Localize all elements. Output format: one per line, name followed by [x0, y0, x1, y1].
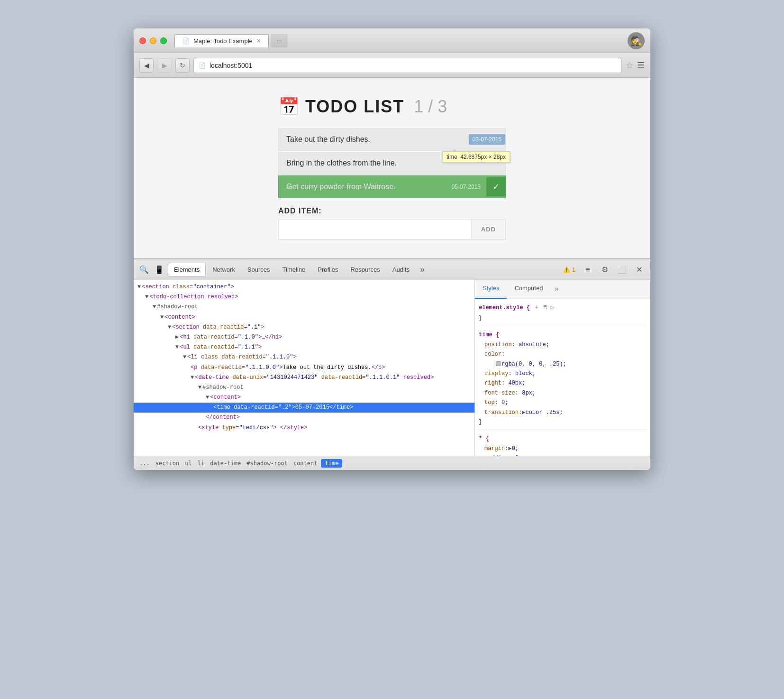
address-bar[interactable]: 📄 localhost:5001 — [193, 58, 622, 73]
add-item-input-row: ADD — [278, 219, 506, 239]
devtools-body: ▼<section class="container"> ▼<todo-coll… — [134, 280, 650, 456]
menu-button[interactable]: ☰ — [637, 60, 645, 71]
traffic-lights — [139, 37, 167, 44]
devtools-tab-profiles[interactable]: Profiles — [312, 263, 344, 276]
dom-line-11: ▼#shadow-root — [134, 383, 474, 393]
devtools-tab-timeline[interactable]: Timeline — [277, 263, 311, 276]
devtools-more-tabs[interactable]: » — [416, 265, 428, 275]
devtools-tab-audits[interactable]: Audits — [387, 263, 415, 276]
dom-line-2: ▼<todo-collection resolved> — [134, 292, 474, 302]
dom-line-5: ▼<section data-reactid=".1"> — [134, 322, 474, 332]
warning-badge: ⚠️ 1 — [560, 266, 578, 273]
new-tab-icon: ▭ — [276, 37, 282, 44]
browser-content: 📅 TODO LIST 1 / 3 Take out the dirty dis… — [134, 78, 650, 258]
url-text: localhost:5001 — [210, 62, 252, 69]
time-rule: time { position: absolute; color: rgba(0… — [479, 330, 647, 430]
breadcrumb-section[interactable]: section — [154, 459, 182, 468]
forward-button[interactable]: ▶ — [157, 58, 172, 73]
warning-icon: ⚠️ — [563, 266, 570, 273]
styles-tab-styles[interactable]: Styles — [475, 280, 507, 299]
time-close: } — [479, 417, 647, 427]
styles-tab-bar: Styles Computed » — [475, 280, 650, 299]
dom-line-1: ▼<section class="container"> — [134, 282, 474, 292]
back-button[interactable]: ◀ — [139, 58, 154, 73]
page-icon-small: 📄 — [199, 62, 206, 69]
styles-content: element.style { ＋ ≣ ▷ } time { position:… — [475, 299, 650, 456]
time-prop-display: display: block; — [479, 369, 647, 378]
active-tab[interactable]: 📄 Maple: Todo Example ✕ — [174, 34, 269, 47]
add-item-button[interactable]: ADD — [471, 220, 505, 239]
breadcrumb-shadowroot[interactable]: #shadow-root — [245, 459, 290, 468]
todo-container: 📅 TODO LIST 1 / 3 Take out the dirty dis… — [278, 97, 506, 239]
color-swatch — [496, 361, 501, 366]
todo-item-1: Take out the dirty dishes. 03-07-2015 ti… — [278, 128, 506, 151]
time-prop-transition: transition:▶color .25s; — [479, 408, 647, 417]
browser-window: 📄 Maple: Todo Example ✕ ▭ 🕵️ ◀ ▶ ↻ 📄 loc… — [134, 28, 650, 470]
calendar-icon: 📅 — [278, 97, 300, 117]
tab-bar: 📄 Maple: Todo Example ✕ ▭ — [174, 34, 628, 47]
time-prop-top: top: 0; — [479, 398, 647, 407]
styles-tab-computed[interactable]: Computed — [507, 280, 550, 299]
bookmark-button[interactable]: ☆ — [626, 60, 633, 71]
todo-list: Take out the dirty dishes. 03-07-2015 ti… — [278, 128, 506, 199]
settings-icon[interactable]: ⚙ — [597, 262, 612, 277]
dom-line-9: <p data-reactid=".1.1.0.0">Take out the … — [134, 363, 474, 373]
breadcrumb-ul[interactable]: ul — [183, 459, 193, 468]
warning-count: 1 — [572, 266, 575, 273]
dom-line-3: ▼#shadow-root — [134, 302, 474, 312]
breadcrumb-content[interactable]: content — [292, 459, 319, 468]
element-style-close: } — [479, 313, 647, 323]
dom-line-6: ▶<h1 data-reactid=".1.0">…</h1> — [134, 332, 474, 342]
styles-more-tabs[interactable]: » — [550, 280, 563, 299]
tab-close-button[interactable]: ✕ — [256, 38, 261, 44]
breadcrumb-li[interactable]: li — [196, 459, 206, 468]
devtools-tab-network[interactable]: Network — [207, 263, 241, 276]
todo-header: 📅 TODO LIST 1 / 3 — [278, 97, 506, 117]
add-style-icon[interactable]: ＋ — [533, 302, 540, 313]
devtools-search-icon[interactable]: 🔍 — [137, 263, 151, 276]
todo-item-text-1: Take out the dirty dishes. — [279, 129, 469, 150]
dom-panel[interactable]: ▼<section class="container"> ▼<todo-coll… — [134, 280, 475, 456]
dom-line-7: ▼<ul data-reactid=".1.1"> — [134, 342, 474, 352]
time-prop-position: position: absolute; — [479, 340, 647, 350]
todo-title: TODO LIST — [305, 97, 404, 117]
minimize-button[interactable] — [150, 37, 156, 44]
breadcrumb-time[interactable]: time — [321, 459, 342, 468]
todo-item-date-1: 03-07-2015 — [469, 134, 505, 145]
dom-line-14: </content> — [134, 413, 474, 423]
add-item-input[interactable] — [279, 220, 471, 239]
reload-button[interactable]: ↻ — [175, 58, 190, 73]
breadcrumb-datetime[interactable]: date-time — [208, 459, 243, 468]
devtools-tab-resources[interactable]: Resources — [345, 263, 386, 276]
animate-style-icon[interactable]: ≣ — [543, 304, 547, 311]
todo-check-3[interactable]: ✓ — [486, 177, 505, 196]
extension-icon[interactable]: 🕵️ — [628, 32, 645, 49]
tab-title: Maple: Todo Example — [193, 37, 253, 45]
star-prop-margin: margin:▶0; — [479, 444, 647, 453]
element-tooltip: time 42.6875px × 28px — [442, 151, 510, 163]
time-prop-color: color: rgba(0, 0, 0, .25); — [479, 350, 647, 369]
devtools-tab-sources[interactable]: Sources — [242, 263, 276, 276]
time-prop-fontsize: font-size: 8px; — [479, 388, 647, 398]
devtools-panel: 🔍 📱 Elements Network Sources Timeline Pr… — [134, 258, 650, 470]
close-button[interactable] — [139, 37, 146, 44]
expand-all-icon[interactable]: ≡ — [580, 262, 595, 277]
new-tab-button[interactable]: ▭ — [271, 34, 288, 47]
page-icon: 📄 — [182, 37, 190, 44]
maximize-button[interactable] — [160, 37, 167, 44]
devtools-breadcrumb: ... section ul li date-time #shadow-root… — [134, 456, 650, 470]
element-style-rule: element.style { ＋ ≣ ▷ } — [479, 302, 647, 326]
dom-line-4: ▼<content> — [134, 313, 474, 322]
dom-line-15: <style type="text/css"> </style> — [134, 423, 474, 433]
dom-line-selected[interactable]: <time data-reactid=".2">05-07-2015</time… — [134, 403, 474, 413]
dock-icon[interactable]: ⬜ — [614, 262, 629, 277]
todo-item-date-3: 05-07-2015 — [446, 184, 486, 190]
dom-line-8: ▼<li class data-reactid=".1.1.0"> — [134, 352, 474, 362]
star-selector: * { — [479, 434, 647, 443]
breadcrumb-ellipsis[interactable]: ... — [137, 459, 152, 468]
devtools-tab-elements[interactable]: Elements — [168, 263, 206, 276]
close-devtools-icon[interactable]: ✕ — [631, 262, 647, 277]
devtools-device-icon[interactable]: 📱 — [153, 263, 166, 276]
time-selector: time { — [479, 330, 647, 340]
play-style-icon[interactable]: ▷ — [550, 304, 554, 311]
